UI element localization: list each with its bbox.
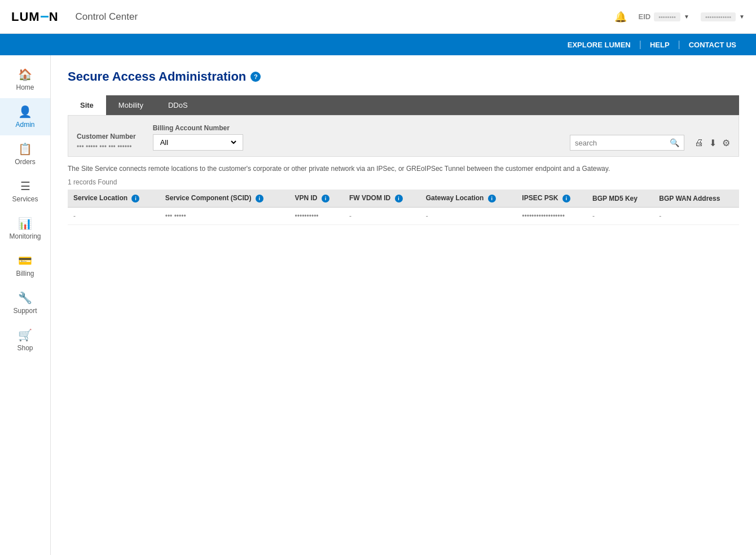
records-found: 1 records Found <box>68 178 739 186</box>
account-value: •••••••••••• <box>701 12 736 21</box>
search-box[interactable]: 🔍 <box>570 135 684 151</box>
sidebar-item-billing[interactable]: 💳 Billing <box>0 247 50 284</box>
col-service-location: Service Location i <box>68 190 160 208</box>
table-container: Service Location i Service Component (SC… <box>68 190 739 225</box>
sidebar: 🏠 Home 👤 Admin 📋 Orders ☰ Services 📊 Mon… <box>0 55 51 555</box>
search-input[interactable] <box>575 139 670 147</box>
fw-vdom-id-info-icon[interactable]: i <box>395 195 403 202</box>
sidebar-item-home[interactable]: 🏠 Home <box>0 61 50 98</box>
eid-label: EID <box>638 12 650 21</box>
col-fw-vdom-id: FW VDOM ID i <box>344 190 420 208</box>
sidebar-item-shop[interactable]: 🛒 Shop <box>0 321 50 359</box>
shop-icon: 🛒 <box>18 328 32 342</box>
orders-icon: 📋 <box>18 142 32 156</box>
customer-number-value: ••• ••••• ••• ••• •••••• <box>77 143 136 151</box>
account-chevron-icon: ▼ <box>739 14 745 20</box>
col-service-location-label: Service Location <box>73 194 128 202</box>
cell-bgp-md5-key: - <box>587 208 653 225</box>
gateway-location-info-icon[interactable]: i <box>488 195 496 202</box>
sidebar-label-home: Home <box>16 83 34 91</box>
cell-fw-vdom-id: - <box>344 208 420 225</box>
page-title-container: Secure Access Administration ? <box>68 69 739 84</box>
tabs-bar: Site Mobility DDoS <box>68 95 739 115</box>
cell-service-component: ••• ••••• <box>160 208 289 225</box>
download-icon[interactable]: ⬇ <box>709 138 717 148</box>
toolbar-icons: 🖨 ⬇ ⚙ <box>695 138 730 148</box>
tab-mobility[interactable]: Mobility <box>106 95 156 115</box>
ipsec-psk-info-icon[interactable]: i <box>562 195 570 202</box>
account-selector[interactable]: •••••••••••• ▼ <box>701 12 745 21</box>
col-ipsec-psk-label: IPSEC PSK <box>522 194 558 202</box>
description-text: The Site Service connects remote locatio… <box>68 164 739 174</box>
page-title: Secure Access Administration <box>68 69 246 84</box>
help-link[interactable]: HELP <box>641 41 678 49</box>
sidebar-item-monitoring[interactable]: 📊 Monitoring <box>0 210 50 247</box>
col-vpn-id: VPN ID i <box>289 190 344 208</box>
col-bgp-wan-address-label: BGP WAN Address <box>659 195 720 202</box>
col-service-component: Service Component (SCID) i <box>160 190 289 208</box>
table-head: Service Location i Service Component (SC… <box>68 190 739 208</box>
customer-number-label: Customer Number <box>77 133 136 140</box>
top-nav-right: 🔔 EID •••••••• ▼ •••••••••••• ▼ <box>614 11 745 23</box>
billing-account-dropdown[interactable]: All <box>158 138 238 147</box>
support-icon: 🔧 <box>18 291 32 305</box>
eid-selector[interactable]: EID •••••••• ▼ <box>638 12 689 21</box>
eid-chevron-icon: ▼ <box>684 14 689 20</box>
billing-account-group: Billing Account Number All <box>153 124 243 151</box>
main-content: Secure Access Administration ? Site Mobi… <box>51 55 756 555</box>
col-gateway-location: Gateway Location i <box>420 190 517 208</box>
sidebar-label-services: Services <box>12 195 38 203</box>
search-icon: 🔍 <box>670 138 679 147</box>
contact-us-link[interactable]: CONTACT US <box>680 41 745 49</box>
app-title: Control Center <box>76 11 138 23</box>
help-icon[interactable]: ? <box>250 72 261 82</box>
billing-account-label: Billing Account Number <box>153 124 243 132</box>
service-component-info-icon[interactable]: i <box>256 195 263 202</box>
sidebar-item-orders[interactable]: 📋 Orders <box>0 135 50 173</box>
col-bgp-wan-address: BGP WAN Address <box>653 190 739 208</box>
cell-gateway-location: - <box>420 208 517 225</box>
col-fw-vdom-id-label: FW VDOM ID <box>349 194 390 202</box>
filter-section: Customer Number ••• ••••• ••• ••• ••••••… <box>68 115 739 157</box>
tab-site[interactable]: Site <box>68 95 106 115</box>
sidebar-label-shop: Shop <box>17 344 33 352</box>
sidebar-label-orders: Orders <box>15 158 36 166</box>
billing-account-select[interactable]: All <box>153 134 243 151</box>
tab-ddos[interactable]: DDoS <box>156 95 200 115</box>
data-table: Service Location i Service Component (SC… <box>68 190 739 225</box>
customer-number-group: Customer Number ••• ••••• ••• ••• •••••• <box>77 133 136 151</box>
filter-row: Customer Number ••• ••••• ••• ••• ••••••… <box>77 124 730 151</box>
logo: LUMN <box>11 10 59 24</box>
billing-icon: 💳 <box>18 254 32 267</box>
cell-service-location: - <box>68 208 160 225</box>
table-header-row: Service Location i Service Component (SC… <box>68 190 739 208</box>
layout: 🏠 Home 👤 Admin 📋 Orders ☰ Services 📊 Mon… <box>0 55 756 555</box>
vpn-id-info-icon[interactable]: i <box>322 195 329 202</box>
settings-icon[interactable]: ⚙ <box>722 138 730 148</box>
col-bgp-md5-key-label: BGP MD5 Key <box>592 195 638 202</box>
sidebar-item-admin[interactable]: 👤 Admin <box>0 98 50 135</box>
cell-ipsec-psk: •••••••••••••••••• <box>516 208 587 225</box>
monitoring-icon: 📊 <box>18 217 32 230</box>
eid-value1: •••••••• <box>654 12 680 21</box>
table-body: - ••• ••••• •••••••••• - - •••••••••••••… <box>68 208 739 225</box>
service-location-info-icon[interactable]: i <box>131 195 139 202</box>
print-icon[interactable]: 🖨 <box>695 138 704 148</box>
sidebar-label-support: Support <box>13 307 37 315</box>
col-ipsec-psk: IPSEC PSK i <box>516 190 587 208</box>
admin-icon: 👤 <box>18 105 32 118</box>
sidebar-item-services[interactable]: ☰ Services <box>0 173 50 210</box>
sidebar-item-support[interactable]: 🔧 Support <box>0 284 50 321</box>
bell-icon[interactable]: 🔔 <box>614 11 627 23</box>
explore-lumen-link[interactable]: EXPLORE LUMEN <box>559 41 639 49</box>
cell-bgp-wan-address: - <box>653 208 739 225</box>
sidebar-label-admin: Admin <box>15 121 34 129</box>
cell-vpn-id: •••••••••• <box>289 208 344 225</box>
blue-bar: EXPLORE LUMEN | HELP | CONTACT US <box>0 34 756 55</box>
sidebar-label-monitoring: Monitoring <box>9 232 41 240</box>
col-gateway-location-label: Gateway Location <box>426 194 484 202</box>
top-nav: LUMN Control Center 🔔 EID •••••••• ▼ •••… <box>0 0 756 34</box>
col-bgp-md5-key: BGP MD5 Key <box>587 190 653 208</box>
home-icon: 🏠 <box>18 68 32 81</box>
logo-text: LUM <box>11 10 40 24</box>
